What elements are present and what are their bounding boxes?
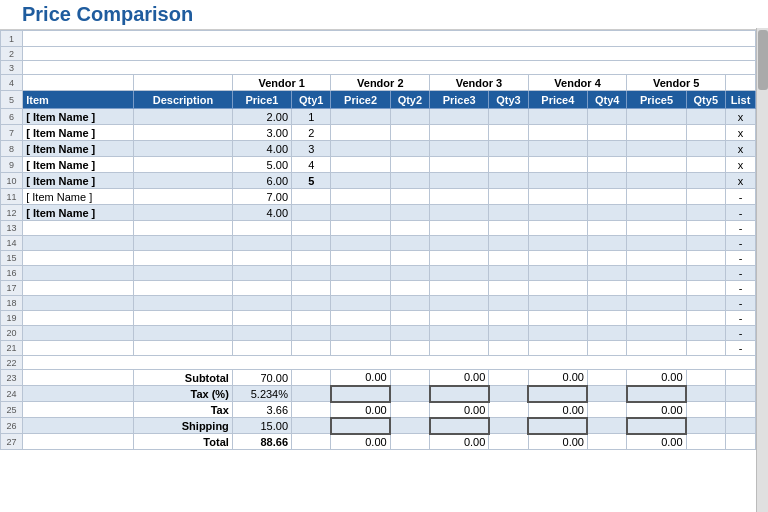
- col-qty1-header[interactable]: Qty1: [292, 91, 331, 109]
- row9-item[interactable]: [ Item Name ]: [23, 157, 134, 173]
- data-row-9: 9 [ Item Name ] 5.00 4 x: [1, 157, 756, 173]
- main-table: 1 2 3 4 Vendor 1 Vendor 2 Vendor 3 Vendo…: [0, 30, 756, 450]
- vendor1-label: Vendor 1: [232, 75, 331, 91]
- total-v5[interactable]: 0.00: [627, 434, 686, 450]
- vendor3-label: Vendor 3: [430, 75, 529, 91]
- empty-row-14: 14-: [1, 236, 756, 251]
- tax-v4[interactable]: 0.00: [528, 402, 587, 418]
- col-price3-header[interactable]: Price3: [430, 91, 489, 109]
- data-row-6: 6 [ Item Name ] 2.00 1 x: [1, 109, 756, 125]
- col-price2-header[interactable]: Price2: [331, 91, 390, 109]
- row7-item[interactable]: [ Item Name ]: [23, 125, 134, 141]
- col-qty4-header[interactable]: Qty4: [587, 91, 626, 109]
- tax-row: 25 Tax 3.66 0.00 0.00 0.00 0.00: [1, 402, 756, 418]
- shipping-label: Shipping: [134, 418, 233, 434]
- total-v4[interactable]: 0.00: [528, 434, 587, 450]
- row10-item[interactable]: [ Item Name ]: [23, 173, 134, 189]
- col-price1-header[interactable]: Price1: [232, 91, 291, 109]
- row-2: 2: [1, 47, 756, 61]
- data-row-7: 7 [ Item Name ] 3.00 2 x: [1, 125, 756, 141]
- vendor4-label: Vendor 4: [528, 75, 627, 91]
- empty-row-21: 21-: [1, 341, 756, 356]
- empty-row-18: 18-: [1, 296, 756, 311]
- vertical-scrollbar[interactable]: [756, 28, 768, 512]
- tax-v3[interactable]: 0.00: [430, 402, 489, 418]
- data-row-12: 12 [ Item Name ] 4.00 -: [1, 205, 756, 221]
- col-qty5-header[interactable]: Qty5: [686, 91, 725, 109]
- subtotal-v1[interactable]: 70.00: [232, 370, 291, 386]
- subtotal-v4[interactable]: 0.00: [528, 370, 587, 386]
- col-desc-header[interactable]: Description: [134, 91, 233, 109]
- total-v1[interactable]: 88.66: [232, 434, 291, 450]
- vendor2-label: Vendor 2: [331, 75, 430, 91]
- empty-row-19: 19-: [1, 311, 756, 326]
- total-label: Total: [134, 434, 233, 450]
- row8-item[interactable]: [ Item Name ]: [23, 141, 134, 157]
- shipping-v1[interactable]: 15.00: [232, 418, 291, 434]
- row-3: 3: [1, 61, 756, 75]
- tax-v2[interactable]: 0.00: [331, 402, 390, 418]
- tax-v1[interactable]: 3.66: [232, 402, 291, 418]
- spreadsheet-container: Price Comparison 1: [0, 0, 768, 512]
- total-row: 27 Total 88.66 0.00 0.00 0.00 0.00: [1, 434, 756, 450]
- empty-row-16: 16-: [1, 266, 756, 281]
- row12-item[interactable]: [ Item Name ]: [23, 205, 134, 221]
- subtotal-v3[interactable]: 0.00: [430, 370, 489, 386]
- tax-label: Tax: [134, 402, 233, 418]
- empty-row-20: 20-: [1, 326, 756, 341]
- tax-pct-v1[interactable]: 5.234%: [232, 386, 291, 402]
- row11-item[interactable]: [ Item Name ]: [23, 189, 134, 205]
- col-item-header[interactable]: Item: [23, 91, 134, 109]
- tax-v5[interactable]: 0.00: [627, 402, 686, 418]
- subtotal-v5[interactable]: 0.00: [627, 370, 686, 386]
- vendor-header-row: 4 Vendor 1 Vendor 2 Vendor 3 Vendor 4 Ve…: [1, 75, 756, 91]
- subtotal-label: Subtotal: [134, 370, 233, 386]
- data-row-8: 8 [ Item Name ] 4.00 3 x: [1, 141, 756, 157]
- empty-row-17: 17-: [1, 281, 756, 296]
- empty-row-13: 13-: [1, 221, 756, 236]
- total-v3[interactable]: 0.00: [430, 434, 489, 450]
- col-price4-header[interactable]: Price4: [528, 91, 587, 109]
- scrollbar-thumb[interactable]: [758, 30, 768, 90]
- shipping-row: 26 Shipping 15.00: [1, 418, 756, 434]
- empty-row-15: 15-: [1, 251, 756, 266]
- col-price5-header[interactable]: Price5: [627, 91, 686, 109]
- row6-item[interactable]: [ Item Name ]: [23, 109, 134, 125]
- tax-pct-row: 24 Tax (%) 5.234%: [1, 386, 756, 402]
- vendor5-label: Vendor 5: [627, 75, 726, 91]
- app-title: Price Comparison: [22, 3, 193, 26]
- row-22: 22: [1, 356, 756, 370]
- subtotal-v2[interactable]: 0.00: [331, 370, 390, 386]
- subtotal-row: 23 Subtotal 70.00 0.00 0.00 0.00 0.00: [1, 370, 756, 386]
- col-qty2-header[interactable]: Qty2: [390, 91, 429, 109]
- col-list-header[interactable]: List: [726, 91, 756, 109]
- title-row: 1: [1, 31, 756, 47]
- total-v2[interactable]: 0.00: [331, 434, 390, 450]
- col-qty3-header[interactable]: Qty3: [489, 91, 528, 109]
- tax-pct-label: Tax (%): [134, 386, 233, 402]
- data-row-10: 10 [ Item Name ] 6.00 5 x: [1, 173, 756, 189]
- data-row-11: 11 [ Item Name ] 7.00 -: [1, 189, 756, 205]
- col-header-row: 5 Item Description Price1 Qty1 Price2 Qt…: [1, 91, 756, 109]
